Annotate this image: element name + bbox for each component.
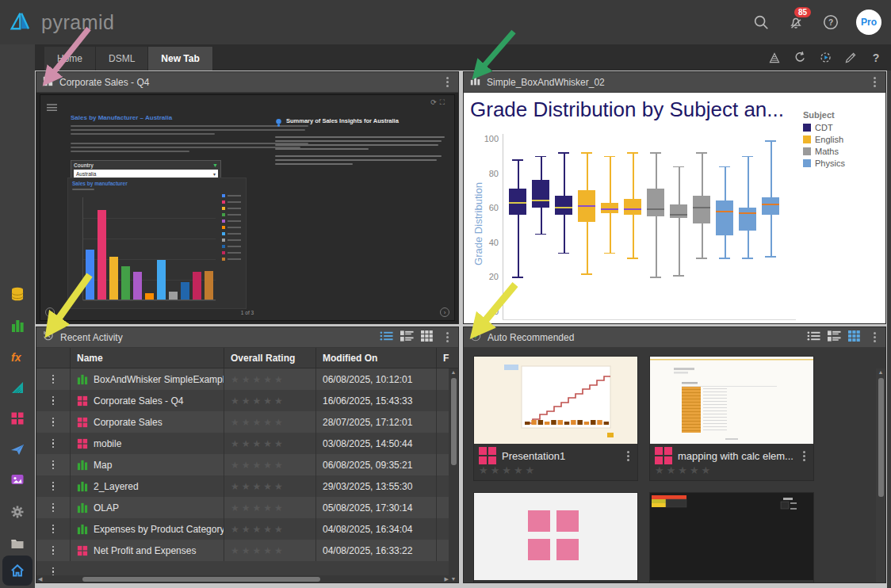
sidebar-item-gear[interactable] xyxy=(10,504,25,520)
scroll-up-icon[interactable]: ▲ xyxy=(878,368,884,376)
help-icon[interactable]: ? xyxy=(821,13,840,32)
table-row[interactable]: Corporate Sales★★★★★28/07/2025, 17:12:01 xyxy=(36,411,450,433)
panel-header[interactable]: Auto Recommended xyxy=(464,327,885,348)
panel-menu-icon[interactable] xyxy=(442,76,452,89)
rating-stars[interactable]: ★★★★★ xyxy=(474,464,637,480)
row-menu-icon[interactable] xyxy=(48,566,58,577)
panel-menu-icon[interactable] xyxy=(442,331,452,344)
tab-new-tab[interactable]: New Tab xyxy=(148,47,212,71)
row-menu-icon[interactable] xyxy=(48,502,58,514)
card-footer: Presentation1 xyxy=(474,444,637,464)
row-menu-icon[interactable] xyxy=(48,416,58,429)
rating-stars[interactable]: ★★★★★ xyxy=(231,481,285,492)
sidebar-item-database[interactable] xyxy=(10,286,25,302)
column-header-overall-rating[interactable]: Overall Rating xyxy=(224,348,315,368)
sidebar-item-folder[interactable] xyxy=(10,536,25,552)
rating-stars[interactable]: ★★★★★ xyxy=(650,464,813,480)
tab-help-icon[interactable]: ? xyxy=(869,51,883,65)
column-header-name[interactable]: Name xyxy=(70,348,224,368)
view-detail-icon[interactable] xyxy=(828,330,841,345)
slide-toolbar-icons[interactable]: ⟳⛶ xyxy=(430,98,448,107)
recommended-card[interactable]: ★★★★★ xyxy=(473,492,638,583)
table-row[interactable]: Expenses by Product Category a★★★★★04/08… xyxy=(36,518,450,540)
table-row[interactable]: BoxAndWhisker SimpleExample★★★★★06/08/20… xyxy=(36,368,450,390)
boxwhisker-chart[interactable]: Grade Distribution by Subject an...Grade… xyxy=(464,93,885,323)
cards-vertical-scrollbar[interactable]: ▲ ▼ xyxy=(876,368,885,583)
slide-menu-icon[interactable] xyxy=(47,100,57,114)
rating-stars[interactable]: ★★★★★ xyxy=(231,374,285,385)
rating-stars[interactable]: ★★★★★ xyxy=(231,417,285,428)
card-menu-icon[interactable] xyxy=(799,449,809,462)
panel-menu-icon[interactable] xyxy=(870,76,879,89)
rating-stars[interactable]: ★★★★★ xyxy=(231,524,285,535)
rating-stars[interactable]: ★★★★★ xyxy=(231,460,285,471)
row-menu-icon[interactable] xyxy=(48,395,58,407)
table-vertical-scrollbar[interactable]: ▲ ▼ xyxy=(449,368,458,583)
table-row[interactable]: mobile★★★★★03/08/2025, 14:50:44 xyxy=(36,433,450,454)
scrollbar-thumb[interactable] xyxy=(82,577,320,582)
view-list-icon[interactable] xyxy=(807,330,820,345)
rating-stars[interactable]: ★★★★★ xyxy=(231,438,285,449)
card-thumbnail[interactable] xyxy=(474,357,637,444)
column-header-f[interactable]: F xyxy=(436,348,450,368)
row-menu-icon[interactable] xyxy=(48,523,58,536)
tab-home[interactable]: Home xyxy=(44,47,96,71)
panel-header[interactable]: Corporate Sales - Q4 xyxy=(36,72,458,93)
table-row[interactable] xyxy=(36,561,450,576)
column-header-modified-on[interactable]: Modified On xyxy=(315,348,436,368)
rating-stars[interactable]: ★★★★★ xyxy=(231,395,285,407)
recommended-card[interactable]: Presentation1★★★★★ xyxy=(473,356,638,481)
row-menu-icon[interactable] xyxy=(48,480,58,493)
panel-header[interactable]: Recent Activity xyxy=(36,327,458,348)
row-menu-icon[interactable] xyxy=(48,544,58,557)
search-icon[interactable] xyxy=(751,13,771,32)
presentation-preview[interactable]: ⟳⛶Sales by Manufacturer – AustraliaCount… xyxy=(40,94,455,321)
view-list-icon-active[interactable] xyxy=(380,330,393,345)
view-gridv-icon[interactable] xyxy=(421,330,433,345)
scrollbar-thumb[interactable] xyxy=(878,378,884,497)
panel-header[interactable]: Simple_BoxAndWhisker_02 xyxy=(464,72,885,93)
panel-menu-icon[interactable] xyxy=(870,331,879,344)
scroll-down-icon[interactable]: ▼ xyxy=(451,575,457,583)
sidebar-item-paper-plane[interactable] xyxy=(10,441,25,457)
sidebar-item-set-square[interactable] xyxy=(10,380,25,395)
edit-pencil-icon[interactable] xyxy=(843,51,858,65)
pyramid-tool-icon[interactable] xyxy=(767,51,782,65)
card-menu-icon[interactable] xyxy=(623,449,633,462)
view-gridv-icon-active[interactable] xyxy=(848,330,860,345)
card-thumbnail[interactable] xyxy=(650,493,813,580)
table-row[interactable]: OLAP★★★★★05/08/2025, 17:30:14 xyxy=(36,497,450,518)
sidebar-item-grid[interactable] xyxy=(10,410,25,426)
scroll-left-icon[interactable]: ◀ xyxy=(38,575,42,583)
legend-entry xyxy=(222,226,241,229)
rating-stars[interactable]: ★★★★★ xyxy=(231,545,285,556)
recommended-card[interactable]: ★★★★★ xyxy=(649,492,814,583)
table-row[interactable]: 2_Layered★★★★★29/03/2025, 13:55:30 xyxy=(36,475,450,497)
table-row[interactable]: Net Profit and Expenses★★★★★04/08/2025, … xyxy=(36,540,450,561)
refresh-run-icon[interactable] xyxy=(818,51,832,65)
row-menu-icon[interactable] xyxy=(48,437,58,450)
next-slide-button[interactable]: › xyxy=(440,307,449,317)
sidebar-item-bar-chart[interactable] xyxy=(10,318,25,334)
tab-dsml[interactable]: DSML xyxy=(96,47,148,71)
undo-icon[interactable] xyxy=(793,51,807,65)
row-menu-icon[interactable] xyxy=(48,459,58,472)
table-row[interactable]: Map★★★★★06/08/2025, 09:35:21 xyxy=(36,454,450,475)
row-menu-icon[interactable] xyxy=(48,373,58,386)
avatar[interactable]: Pro xyxy=(856,10,881,35)
sidebar-item-image[interactable] xyxy=(10,472,25,487)
card-thumbnail[interactable] xyxy=(650,357,813,444)
rating-stars[interactable]: ★★★★★ xyxy=(231,502,285,514)
card-thumbnail[interactable] xyxy=(474,493,637,580)
sidebar-item-home[interactable] xyxy=(2,556,33,586)
view-detail-icon[interactable] xyxy=(400,330,414,345)
filter-dropdown[interactable]: Australia▾ xyxy=(74,170,218,178)
scrollbar-thumb[interactable] xyxy=(451,378,457,465)
table-horizontal-scrollbar[interactable]: ◀ ▶ xyxy=(36,575,450,582)
table-row[interactable]: Corporate Sales - Q4★★★★★16/06/2025, 15:… xyxy=(36,390,450,411)
sidebar-item-formulas[interactable]: fx xyxy=(10,349,25,365)
notifications-icon[interactable]: 85 xyxy=(786,13,805,32)
scroll-right-icon[interactable]: ▶ xyxy=(445,575,449,583)
recommended-card[interactable]: mapping with calc elem...★★★★★ xyxy=(649,356,814,481)
scroll-up-icon[interactable]: ▲ xyxy=(451,368,457,376)
